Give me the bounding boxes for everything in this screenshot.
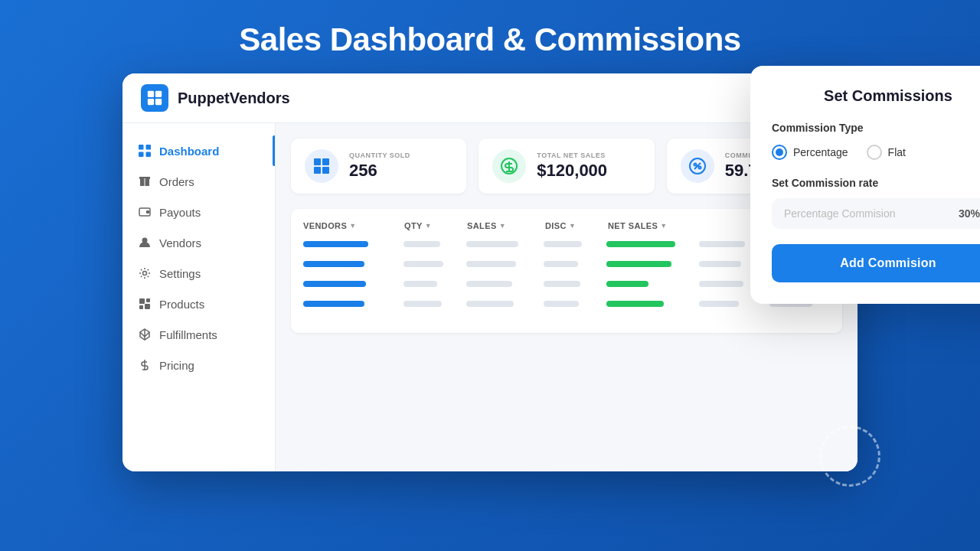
sales-label: TOTAL NET SALES (537, 152, 607, 159)
sidebar-item-vendors[interactable]: Vendors (122, 227, 275, 258)
grid-icon (138, 144, 152, 158)
extra-bar (699, 241, 745, 247)
disc-bar (544, 281, 580, 287)
rate-placeholder: Percentage Commision (784, 207, 896, 220)
sidebar-item-pricing[interactable]: Pricing (122, 350, 275, 380)
svg-rect-14 (146, 298, 150, 302)
qty-bar (403, 301, 442, 307)
chevron-icon: ▼ (660, 222, 667, 230)
disc-bar (544, 301, 579, 307)
user-icon (138, 236, 152, 249)
sidebar-item-label: Vendors (159, 236, 201, 249)
sales-bar (466, 301, 514, 307)
chevron-icon: ▼ (569, 222, 576, 230)
sidebar: Dashboard Orders (122, 123, 276, 471)
qty-icon (305, 149, 338, 183)
modal-title: Set Commissions (772, 87, 980, 105)
sidebar-item-label: Dashboard (159, 145, 219, 158)
gear-icon (138, 266, 152, 280)
sidebar-item-label: Settings (159, 267, 201, 280)
svg-rect-1 (155, 91, 162, 97)
sidebar-item-label: Orders (159, 175, 194, 188)
netsales-bar (606, 301, 664, 307)
svg-rect-4 (139, 145, 144, 150)
vendor-bar (303, 241, 368, 247)
col-vendors[interactable]: VENDORS ▼ (303, 221, 395, 230)
chevron-icon: ▼ (425, 222, 432, 230)
stat-card-sales: TOTAL NET SALES $120,000 (479, 139, 654, 194)
commission-rate-label: Set Commission rate (772, 177, 980, 189)
add-commission-button[interactable]: Add Commision (772, 244, 980, 282)
commissions-icon (681, 149, 714, 183)
app-name: PuppetVendors (178, 90, 290, 107)
col-qty[interactable]: QTY ▼ (404, 221, 458, 230)
logo-icon (146, 90, 163, 106)
sales-bar (466, 281, 512, 287)
svg-rect-5 (146, 145, 152, 150)
fulfillments-icon (138, 328, 152, 341)
radio-group: Percentage Flat (772, 145, 980, 160)
svg-rect-19 (322, 158, 329, 165)
sidebar-item-label: Payouts (159, 206, 201, 219)
svg-rect-18 (314, 158, 321, 165)
rate-input-wrapper[interactable]: Percentage Commision 30% (772, 198, 980, 229)
svg-rect-21 (322, 167, 329, 174)
sales-bar (466, 261, 516, 267)
sidebar-item-payouts[interactable]: Payouts (122, 197, 275, 227)
app-header: PuppetVendors (122, 73, 858, 123)
extra-bar (699, 261, 741, 267)
svg-rect-13 (139, 298, 145, 304)
col-sales[interactable]: SALES ▼ (467, 221, 536, 230)
vendor-bar (303, 301, 364, 307)
sidebar-item-label: Fulfillments (159, 328, 217, 341)
commission-type-label: Commission Type (772, 122, 980, 134)
sidebar-item-orders[interactable]: Orders (122, 166, 275, 197)
vendor-bar (303, 281, 366, 287)
radio-flat-label: Flat (888, 146, 906, 158)
svg-rect-16 (145, 304, 150, 309)
chevron-icon: ▼ (349, 222, 356, 230)
col-disc[interactable]: DISC ▼ (545, 221, 599, 230)
svg-rect-0 (148, 91, 154, 97)
svg-rect-7 (146, 152, 152, 158)
qty-value: 256 (349, 161, 410, 181)
radio-percentage[interactable]: Percentage (772, 145, 848, 160)
radio-percentage-label: Percentage (793, 146, 848, 158)
radio-flat[interactable]: Flat (867, 145, 906, 160)
wallet-icon (138, 205, 152, 219)
sidebar-item-dashboard[interactable]: Dashboard (122, 135, 275, 166)
disc-bar (544, 241, 582, 247)
netsales-bar (606, 281, 648, 287)
chevron-icon: ▼ (499, 222, 506, 230)
sales-bar (466, 241, 518, 247)
svg-point-12 (143, 272, 147, 276)
disc-bar (544, 261, 578, 267)
tag-icon (138, 297, 152, 311)
qty-label: QUANTITY SOLD (349, 152, 410, 159)
qty-bar (403, 281, 437, 287)
sales-value: $120,000 (537, 161, 607, 181)
rate-value: 30% (959, 207, 980, 220)
netsales-bar (606, 241, 675, 247)
radio-percentage-circle (772, 145, 787, 160)
sidebar-item-settings[interactable]: Settings (122, 258, 275, 289)
qty-bar (403, 241, 440, 247)
svg-rect-15 (139, 305, 143, 309)
sidebar-item-products[interactable]: Products (122, 289, 275, 319)
svg-rect-6 (139, 152, 144, 158)
table-row (303, 301, 830, 307)
vendor-bar (303, 261, 364, 267)
sidebar-item-fulfillments[interactable]: Fulfillments (122, 319, 275, 350)
col-netsales[interactable]: NET SALES ▼ (608, 221, 692, 230)
commissions-modal: Set Commissions Commission Type Percenta… (750, 66, 980, 304)
qty-bar (403, 261, 443, 267)
box-icon (138, 174, 152, 188)
extra-bar (699, 281, 743, 287)
svg-rect-3 (155, 99, 162, 105)
svg-rect-20 (314, 167, 321, 174)
stat-card-qty: QUANTITY SOLD 256 (291, 139, 466, 194)
app-logo (141, 84, 168, 112)
sales-icon (492, 149, 526, 183)
dollar-icon (138, 358, 152, 372)
radio-flat-circle (867, 145, 882, 160)
